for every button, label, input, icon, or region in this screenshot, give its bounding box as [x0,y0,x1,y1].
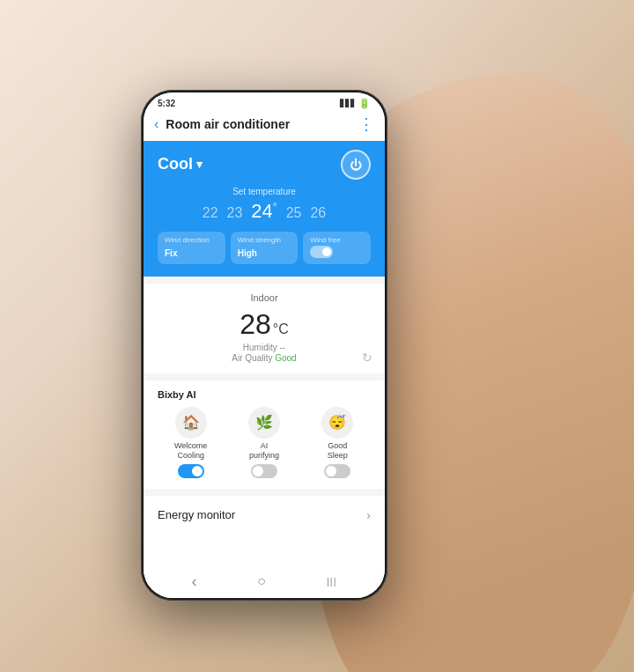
phone-frame: 5:32 ▋▋▋ 🔋 ‹ Room air conditioner ⋮ Cool [141,90,387,601]
temp-row: 22 23 24° 25 26 [158,200,371,223]
energy-monitor-label: Energy monitor [158,508,235,521]
app-header: ‹ Room air conditioner ⋮ [144,111,385,141]
wind-free-toggle-knob [322,247,331,256]
wind-strength-value: High [238,248,257,258]
temp-26[interactable]: 26 [310,205,326,221]
temp-23[interactable]: 23 [227,205,243,221]
indoor-temp-value: 28 [240,308,271,341]
nav-home-button[interactable]: ○ [257,573,266,589]
nav-back-button[interactable]: ‹ [191,572,196,591]
bixby-good-sleep: 😴 GoodSleep [305,407,371,478]
status-time: 5:32 [158,99,175,108]
mode-label-text: Cool [158,155,193,174]
indoor-temperature: 28 °C [158,308,371,341]
air-quality-value: Good [275,353,296,363]
air-quality-label: Air Quality [232,353,272,363]
good-sleep-label: GoodSleep [328,441,348,462]
status-icons: ▋▋▋ 🔋 [340,98,371,109]
wind-free-toggle[interactable] [310,246,333,258]
wind-strength[interactable]: Wind strength High [231,232,299,264]
good-sleep-icon: 😴 [321,407,353,439]
temp-22[interactable]: 22 [203,205,218,221]
wind-direction-value: Fix [165,248,177,258]
mode-row: Cool ▾ ⏻ [158,150,371,180]
temp-25[interactable]: 25 [286,205,302,221]
temperature-section: Set temperature 22 23 24° 25 26 [158,187,371,223]
refresh-button[interactable]: ↻ [362,351,372,365]
ai-purifying-icon: 🌿 [248,407,280,439]
ai-purifying-toggle[interactable] [251,464,277,478]
ai-purifying-label: AIpurifying [249,441,279,462]
bixby-ai-purifying: 🌿 AIpurifying [231,407,297,478]
bixby-welcome-cooling: 🏠 WelcomeCooling [158,407,224,478]
divider-2 [144,373,385,380]
temp-24-active[interactable]: 24° [251,200,276,223]
indoor-section: Indoor 28 °C Humidity -- Air Quality Goo… [144,284,385,373]
phone-container: 5:32 ▋▋▋ 🔋 ‹ Room air conditioner ⋮ Cool [141,90,387,601]
energy-monitor-row[interactable]: Energy monitor › [144,496,385,535]
welcome-cooling-icon: 🏠 [175,407,207,439]
more-button[interactable]: ⋮ [358,114,374,134]
indoor-title: Indoor [158,292,371,303]
status-bar: 5:32 ▋▋▋ 🔋 [144,92,385,111]
signal-icon: ▋▋▋ [340,100,356,107]
phone-screen: 5:32 ▋▋▋ 🔋 ‹ Room air conditioner ⋮ Cool [144,92,385,598]
divider-3 [144,489,385,496]
page-title: Room air conditioner [166,117,358,131]
wind-controls: Wind direction Fix Wind strength High Wi… [158,232,371,264]
power-icon: ⏻ [350,158,362,172]
wind-direction-label: Wind direction [165,236,218,244]
welcome-cooling-toggle[interactable] [178,464,204,478]
bixby-items: 🏠 WelcomeCooling 🌿 AIpurifying [158,407,371,478]
indoor-humidity: Humidity -- [158,343,371,352]
back-button[interactable]: ‹ [154,116,158,132]
welcome-cooling-toggle-knob [192,466,203,476]
energy-chevron-icon: › [366,508,371,522]
wind-free-label: Wind free [310,236,340,244]
ai-purifying-toggle-knob [253,466,263,476]
divider-1 [144,277,385,284]
bixby-section: Bixby AI 🏠 WelcomeCooling 🌿 AIpurifying [144,380,385,489]
mode-dropdown-icon: ▾ [196,158,203,171]
wind-free[interactable]: Wind free [303,232,371,264]
control-section: Cool ▾ ⏻ Set temperature 22 23 24° 25 [144,141,385,277]
good-sleep-toggle-knob [326,466,336,476]
wind-strength-label: Wind strength [238,236,291,244]
power-button[interactable]: ⏻ [341,150,371,180]
indoor-temp-unit: °C [273,321,289,337]
good-sleep-toggle[interactable] [324,464,350,478]
mode-selector[interactable]: Cool ▾ [158,155,203,174]
welcome-cooling-label: WelcomeCooling [174,441,207,462]
temp-label: Set temperature [158,187,371,196]
battery-icon: 🔋 [358,98,371,109]
bixby-title: Bixby AI [158,389,371,400]
indoor-air-quality: Air Quality Good [158,353,371,363]
nav-recents-button[interactable]: ||| [327,576,337,587]
wind-direction[interactable]: Wind direction Fix [158,232,225,264]
bottom-nav: ‹ ○ ||| [144,565,385,598]
